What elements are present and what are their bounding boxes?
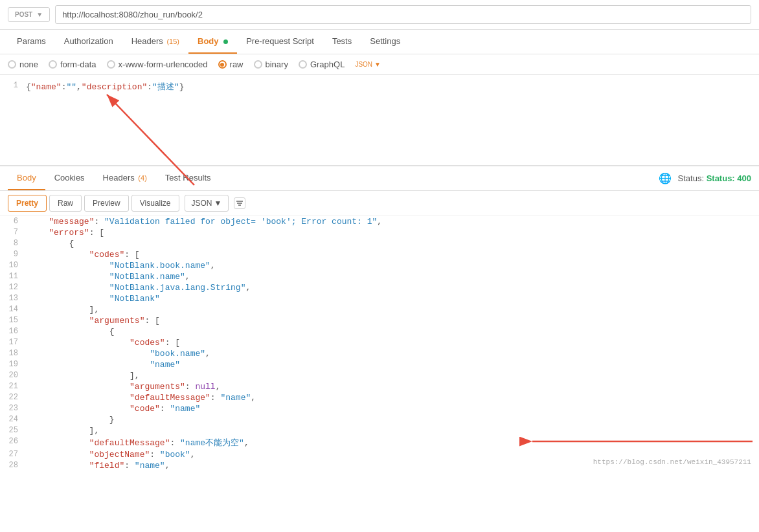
request-tabs: Params Authorization Headers (15) Body P… — [0, 30, 759, 54]
fmt-tab-visualize[interactable]: Visualize — [131, 195, 179, 212]
resp-line-19: 19 "name" — [0, 359, 759, 370]
radio-graphql — [299, 60, 307, 69]
resp-line-7: 7 "errors": [ — [0, 227, 759, 238]
resp-line-24: 24 } — [0, 414, 759, 425]
annotation-arrow-line26 — [500, 435, 759, 448]
code-line-1: 1 {"name":"","description":"描述"} — [0, 80, 759, 93]
tab-body[interactable]: Body — [188, 30, 237, 54]
request-body-editor: 1 {"name":"","description":"描述"} — [0, 75, 759, 166]
resp-line-23: 23 "code": "name" — [0, 403, 759, 414]
resp-line-22: 22 "defaultMessage": "name", — [0, 392, 759, 403]
resp-line-16: 16 { — [0, 326, 759, 337]
response-meta: 🌐 Status: Status: 400 — [659, 172, 751, 184]
opt-graphql[interactable]: GraphQL — [299, 60, 345, 69]
opt-urlencoded[interactable]: x-www-form-urlencoded — [107, 60, 208, 69]
tab-settings[interactable]: Settings — [361, 30, 409, 54]
code-editor-area[interactable]: 1 {"name":"","description":"描述"} — [0, 75, 759, 166]
tab-prerequest[interactable]: Pre-request Script — [237, 30, 323, 54]
url-input[interactable] — [55, 5, 751, 24]
method-label: POST — [15, 11, 32, 18]
resp-line-6: 6 "message": "Validation failed for obje… — [0, 216, 759, 227]
json-type-select[interactable]: JSON ▼ — [355, 61, 381, 68]
resp-line-20: 20 ], — [0, 370, 759, 381]
resp-line-26: 26 "defaultMessage": "name不能为空", — [0, 436, 759, 449]
radio-raw — [218, 60, 227, 69]
fmt-tab-raw[interactable]: Raw — [49, 195, 82, 212]
resp-line-11: 11 "NotBlank.name", — [0, 271, 759, 282]
tab-headers[interactable]: Headers (15) — [122, 30, 188, 54]
resp-tab-body[interactable]: Body — [8, 166, 45, 190]
resp-line-17: 17 "codes": [ — [0, 337, 759, 348]
resp-line-14: 14 ], — [0, 304, 759, 315]
radio-urlencoded — [107, 60, 115, 69]
opt-raw[interactable]: raw — [218, 60, 244, 69]
opt-form-data[interactable]: form-data — [49, 60, 96, 69]
opt-binary[interactable]: binary — [254, 60, 288, 69]
opt-none[interactable]: none — [8, 60, 38, 69]
top-bar: POST ▼ — [0, 0, 759, 30]
tab-params[interactable]: Params — [8, 30, 55, 54]
globe-icon: 🌐 — [659, 172, 672, 184]
fmt-tab-preview[interactable]: Preview — [84, 195, 129, 212]
radio-none — [8, 60, 16, 69]
body-options: none form-data x-www-form-urlencoded raw… — [0, 54, 759, 75]
resp-line-18: 18 "book.name", — [0, 348, 759, 359]
resp-line-9: 9 "codes": [ — [0, 249, 759, 260]
method-arrow-icon: ▼ — [36, 11, 43, 18]
response-tabs: Body Cookies Headers (4) Test Results 🌐 … — [0, 166, 759, 191]
resp-line-15: 15 "arguments": [ — [0, 315, 759, 326]
resp-line-12: 12 "NotBlank.java.lang.String", — [0, 282, 759, 293]
resp-tab-headers[interactable]: Headers (4) — [94, 166, 156, 190]
body-active-dot — [223, 39, 228, 44]
tab-tests[interactable]: Tests — [323, 30, 361, 54]
method-select[interactable]: POST ▼ — [8, 7, 50, 22]
fmt-tab-pretty[interactable]: Pretty — [8, 195, 47, 212]
status-badge: Status: Status: 400 — [678, 173, 751, 183]
resp-line-13: 13 "NotBlank" — [0, 293, 759, 304]
resp-line-10: 10 "NotBlank.book.name", — [0, 260, 759, 271]
resp-line-8: 8 { — [0, 238, 759, 249]
tab-authorization[interactable]: Authorization — [55, 30, 122, 54]
resp-tab-cookies[interactable]: Cookies — [45, 166, 94, 190]
resp-line-21: 21 "arguments": null, — [0, 381, 759, 392]
radio-form-data — [49, 60, 57, 69]
filter-icon[interactable] — [234, 197, 245, 209]
response-format-bar: Pretty Raw Preview Visualize JSON ▼ — [0, 191, 759, 216]
radio-binary — [254, 60, 262, 69]
resp-tab-test-results[interactable]: Test Results — [156, 166, 220, 190]
resp-line-25: 25 ], — [0, 425, 759, 436]
watermark: https://blog.csdn.net/weixin_43957211 — [593, 458, 751, 466]
resp-json-select[interactable]: JSON ▼ — [185, 195, 229, 212]
response-body: 6 "message": "Validation failed for obje… — [0, 216, 759, 471]
